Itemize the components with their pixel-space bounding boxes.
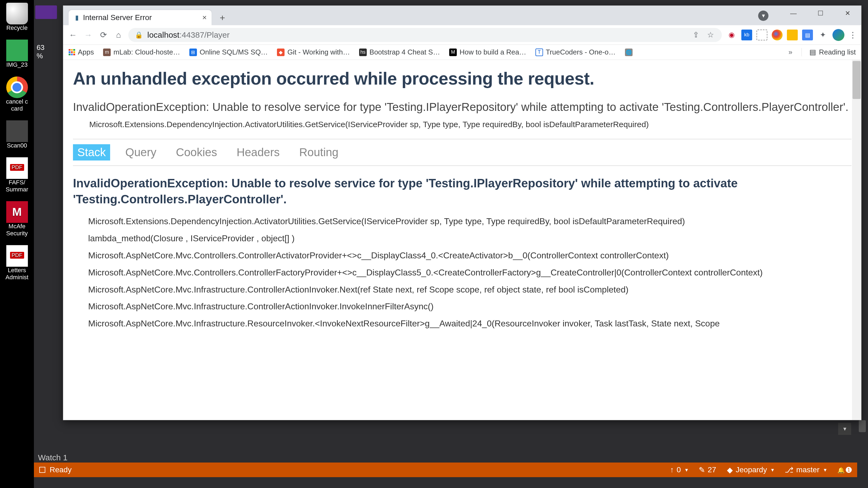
- vs-zoom-percent: 63 %: [37, 43, 44, 60]
- divider: [73, 139, 851, 139]
- stack-frames: Microsoft.Extensions.DependencyInjection…: [73, 215, 851, 330]
- tab-query[interactable]: Query: [121, 144, 161, 161]
- tab-title: Internal Server Error: [83, 13, 152, 22]
- letters-pdf[interactable]: PDF Letters Administ: [0, 245, 34, 281]
- stack-exception-heading: InvalidOperationException: Unable to res…: [73, 175, 851, 207]
- mcafee-extension-icon[interactable]: ◉: [726, 30, 737, 40]
- apps-label: Apps: [78, 48, 94, 56]
- share-icon[interactable]: ⇪: [691, 30, 701, 40]
- reading-list-icon: ▤: [809, 48, 816, 56]
- tab-close-button[interactable]: ×: [203, 13, 207, 22]
- tab-cookies[interactable]: Cookies: [172, 144, 221, 161]
- extension-icon[interactable]: kb: [741, 30, 752, 40]
- desktop-label: cancel c card: [6, 98, 28, 112]
- chrome-menu-button[interactable]: ⋮: [849, 30, 857, 40]
- desktop-label: Scan00: [7, 142, 27, 149]
- scrollbar-thumb[interactable]: [852, 61, 861, 99]
- error-page: An unhandled exception occurred while pr…: [63, 60, 861, 343]
- stack-frame[interactable]: Microsoft.AspNetCore.Mvc.Infrastructure.…: [88, 284, 851, 296]
- stack-frame[interactable]: Microsoft.AspNetCore.Mvc.Controllers.Con…: [88, 250, 851, 262]
- vs-pending-changes[interactable]: 0: [670, 465, 688, 474]
- tab-stack[interactable]: Stack: [73, 144, 110, 161]
- bookmarks-overflow[interactable]: »: [788, 48, 792, 56]
- bookmark-star-icon[interactable]: ☆: [706, 30, 715, 40]
- chrome-window: ▮ Internal Server Error × + ▾ — ☐ ✕ ← → …: [63, 5, 862, 420]
- google-docs-extension-icon[interactable]: ▤: [802, 30, 813, 40]
- profile-avatar[interactable]: [833, 29, 844, 41]
- reload-button[interactable]: ⟳: [98, 30, 109, 40]
- error-subheading: InvalidOperationException: Unable to res…: [73, 99, 851, 115]
- desktop-label: McAfe Security: [6, 223, 28, 237]
- apps-grid-icon: [69, 49, 75, 56]
- recycle-bin-icon[interactable]: Recycle: [0, 3, 34, 31]
- extension-icon[interactable]: [787, 30, 798, 40]
- bookmarks-bar: Apps mmLab: Cloud-hoste… ⊞Online SQL/MS …: [63, 45, 861, 60]
- bookmark-item[interactable]: TTrueCoders - One-o…: [535, 48, 616, 56]
- stack-frame[interactable]: lambda_method(Closure , IServiceProvider…: [88, 232, 851, 245]
- vs-status-ready: Ready: [50, 465, 72, 474]
- bookmark-item[interactable]: ◆Git - Working with…: [277, 48, 350, 56]
- page-viewport: An unhandled exception occurred while pr…: [63, 60, 861, 420]
- back-button[interactable]: ←: [67, 30, 79, 40]
- new-tab-button[interactable]: +: [216, 12, 228, 24]
- fafsa-pdf[interactable]: PDF FAFS/ Summar: [0, 157, 34, 193]
- extension-icon[interactable]: [772, 30, 782, 40]
- vs-panel-dropdown[interactable]: ▾: [838, 423, 851, 435]
- visual-studio-icon: [35, 5, 57, 19]
- vs-edits-count[interactable]: 27: [699, 465, 716, 475]
- browser-tab[interactable]: ▮ Internal Server Error ×: [69, 10, 212, 25]
- minimize-button[interactable]: —: [780, 6, 807, 21]
- desktop-label: Letters Administ: [5, 267, 28, 281]
- desktop-label: FAFS/ Summar: [6, 179, 28, 193]
- browser-titlebar: ▮ Internal Server Error × + ▾ — ☐ ✕: [63, 6, 861, 25]
- home-button[interactable]: ⌂: [113, 30, 124, 40]
- vs-watch-panel-title[interactable]: Watch 1: [38, 453, 67, 462]
- vs-status-icon: [39, 467, 45, 473]
- apps-shortcut[interactable]: Apps: [69, 48, 94, 56]
- tab-routing[interactable]: Routing: [295, 144, 343, 161]
- desktop-label: Recycle: [6, 24, 27, 31]
- tab-favicon: ▮: [75, 14, 79, 22]
- address-row: ← → ⟳ ⌂ 🔒 localhost:44387/Player ⇪ ☆ ◉ k…: [63, 25, 861, 45]
- mcafee-shortcut[interactable]: M McAfe Security: [0, 201, 34, 237]
- extensions-button[interactable]: ✦: [817, 30, 828, 40]
- stack-frame[interactable]: Microsoft.AspNetCore.Mvc.Infrastructure.…: [88, 318, 851, 330]
- window-controls: — ☐ ✕: [780, 6, 861, 21]
- vs-status-bar: Ready 0 27 Jeopardy master 1: [34, 462, 857, 477]
- error-heading: An unhandled exception occurred while pr…: [73, 69, 851, 89]
- reading-list-button[interactable]: ▤ Reading list: [802, 48, 856, 56]
- desktop-scan-file[interactable]: Scan00: [0, 120, 34, 149]
- desktop-icons: Recycle IMG_23 cancel c card Scan00 PDF …: [0, 0, 34, 488]
- desktop-image-file[interactable]: IMG_23: [0, 40, 34, 68]
- vs-branch-selector[interactable]: master: [785, 465, 827, 475]
- tab-search-button[interactable]: ▾: [758, 10, 769, 21]
- bookmark-item[interactable]: ⊞Online SQL/MS SQ…: [189, 48, 268, 56]
- stack-frame[interactable]: Microsoft.AspNetCore.Mvc.Controllers.Con…: [88, 266, 851, 279]
- stack-frame[interactable]: Microsoft.Extensions.DependencyInjection…: [88, 215, 851, 227]
- vs-project-selector[interactable]: Jeopardy: [727, 465, 774, 475]
- maximize-button[interactable]: ☐: [807, 6, 834, 21]
- desktop-label: IMG_23: [6, 61, 27, 68]
- tab-headers[interactable]: Headers: [232, 144, 284, 161]
- extension-icon[interactable]: [756, 30, 767, 40]
- close-window-button[interactable]: ✕: [834, 6, 861, 21]
- bookmark-item[interactable]: mmLab: Cloud-hoste…: [103, 48, 180, 56]
- divider: [73, 165, 851, 166]
- stack-frame[interactable]: Microsoft.AspNetCore.Mvc.Infrastructure.…: [88, 300, 851, 313]
- address-bar[interactable]: 🔒 localhost:44387/Player ⇪ ☆: [128, 28, 722, 42]
- bookmark-item[interactable]: 🌐: [625, 48, 632, 56]
- error-source-line: Microsoft.Extensions.DependencyInjection…: [89, 120, 851, 129]
- vs-notifications[interactable]: 1: [837, 465, 852, 474]
- diag-tabs: Stack Query Cookies Headers Routing: [73, 144, 851, 161]
- bookmark-item[interactable]: MHow to build a Rea…: [449, 48, 526, 56]
- page-scrollbar[interactable]: [852, 60, 861, 420]
- lock-icon: 🔒: [135, 31, 143, 39]
- vs-scrollbar-thumb[interactable]: [859, 420, 866, 432]
- forward-button[interactable]: →: [83, 30, 94, 40]
- chrome-shortcut[interactable]: cancel c card: [0, 76, 34, 112]
- url-text: localhost:44387/Player: [147, 30, 230, 40]
- bookmark-item[interactable]: hsBootstrap 4 Cheat S…: [359, 48, 440, 56]
